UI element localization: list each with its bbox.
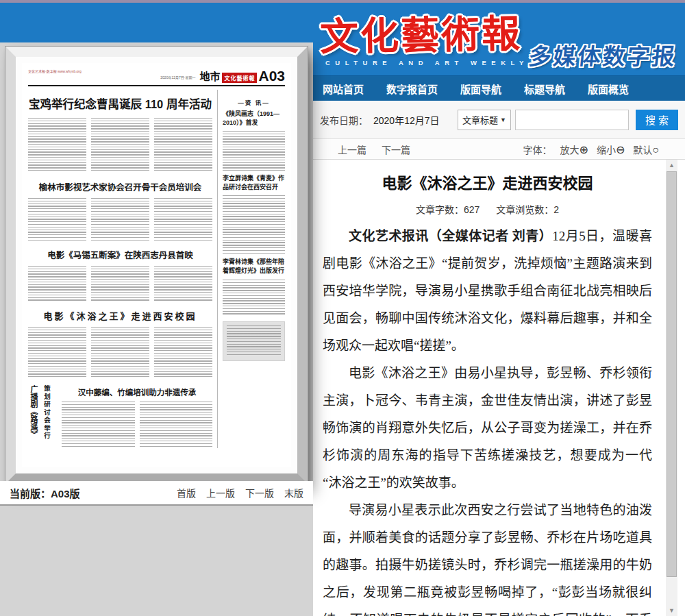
text-columns	[223, 280, 285, 315]
text-columns	[62, 402, 212, 448]
scroll-up-icon[interactable]: ▲	[666, 160, 677, 171]
mini-side-headline-2: 李立屏诗集《青麦》作品研讨会在西安召开	[223, 174, 285, 191]
article-paragraph: 电影《沐浴之王》由易小星执导，彭昱畅、乔杉领衔主演，卜冠今、韦青主演，金世佳友情…	[323, 360, 652, 497]
main-nav: 网站首页 数字报首页 版面导航 标题导航 版面概览	[313, 75, 685, 101]
search-bar: 发布日期： 2020年12月7日 文章标题 ▼ 搜 索	[313, 101, 685, 139]
nav-item-epaper-home[interactable]: 数字报首页	[386, 82, 438, 96]
nav-item-page-overview[interactable]: 版面概览	[588, 82, 629, 96]
text-columns	[28, 118, 212, 173]
scroll-down-icon[interactable]: ▼	[666, 605, 677, 616]
article-meta: 文章字数：627 文章浏览数：2	[323, 202, 652, 216]
newspaper-page-thumbnail[interactable]: 文化艺术报·数字报 www.whysb.org 2020年12月7日·星期一 地…	[22, 63, 291, 467]
nav-item-page-navigation[interactable]: 版面导航	[460, 82, 501, 96]
text-columns	[223, 195, 285, 254]
mini-headline-3: 电影《马锡五断案》在陕西志丹县首映	[28, 248, 212, 261]
zoom-out-icon: ⊖	[616, 144, 625, 156]
article-paragraph: 文化艺术报讯（全媒体记者 刘青）12月5日，温暖喜剧电影《沐浴之王》“提前贺岁，…	[323, 223, 652, 360]
article-body: 文化艺术报讯（全媒体记者 刘青）12月5日，温暖喜剧电影《沐浴之王》“提前贺岁，…	[323, 223, 652, 616]
mini-headline-1: 宝鸡举行纪念曹禺诞辰 110 周年活动	[28, 95, 212, 112]
nav-item-title-navigation[interactable]: 标题导航	[524, 82, 565, 96]
font-size-label: 字体：	[523, 143, 552, 156]
article-title: 电影《沐浴之王》走进西安校园	[323, 171, 652, 193]
search-button[interactable]: 搜 索	[636, 110, 678, 130]
newspaper-preview-panel: 文化艺术报·数字报 www.whysb.org 2020年12月7日·星期一 地…	[0, 42, 313, 616]
article-panel: 电影《沐浴之王》走进西安校园 文章字数：627 文章浏览数：2 文化艺术报讯（全…	[313, 160, 685, 616]
masthead-header: 文化藝術報 CULTURE AND ART WEEKLY 多媒体数字报	[313, 3, 685, 75]
mini-headline-2: 榆林市影视艺术家协会召开骨干会员培训会	[28, 180, 212, 193]
mini-masthead: 文化艺术报·数字报 www.whysb.org 2020年12月7日·星期一 地…	[28, 69, 285, 86]
mini-main-column: 宝鸡举行纪念曹禺诞辰 110 周年活动 榆林市影视艺术家协会召开骨干会员培训会 …	[28, 90, 212, 448]
site-logo: 文化藝術報	[319, 2, 522, 61]
nav-item-site-home[interactable]: 网站首页	[323, 82, 364, 96]
frame-mat: 文化艺术报·数字报 www.whysb.org 2020年12月7日·星期一 地…	[16, 57, 297, 473]
prev-article-link[interactable]: 上一篇	[338, 143, 366, 156]
first-page-link[interactable]: 首版	[177, 486, 196, 500]
article-byline: 文化艺术报讯（全媒体记者 刘青）	[349, 229, 552, 243]
site-tagline: 多媒体数字报	[527, 38, 678, 71]
article-paragraph: 导演易小星表示此次西安之行尝试了当地特色的油泼面，并顺着美食的话题分享了彭昱畅、…	[323, 497, 652, 616]
mini-section-label: 地市	[199, 69, 220, 83]
search-input[interactable]	[515, 110, 629, 130]
view-count: 文章浏览数：2	[496, 204, 559, 215]
mini-side-headline-3: 李霄林诗集《那些年陪着辉煌灯光》出版发行	[223, 258, 285, 275]
previous-page-link[interactable]: 上一版	[206, 486, 235, 500]
text-columns	[223, 131, 285, 171]
next-article-link[interactable]: 下一篇	[382, 143, 410, 156]
next-page-link[interactable]: 下一版	[245, 486, 274, 500]
mini-masthead-meta: 2020年12月7日·星期一	[160, 69, 195, 82]
current-page-label: 当前版：A03版	[10, 486, 80, 500]
text-columns	[28, 198, 212, 241]
publish-date-label: 发布日期：	[320, 113, 368, 127]
page-navigation-bar: 当前版：A03版 首版 上一版 下一版 末版	[0, 481, 313, 506]
last-page-link[interactable]: 末版	[284, 486, 303, 500]
font-zoom-in-button[interactable]: 放大⊕	[560, 143, 588, 156]
mini-masthead-url: 文化艺术报·数字报 www.whysb.org	[28, 69, 82, 73]
text-columns	[28, 266, 212, 301]
word-count: 文章字数：627	[416, 204, 480, 215]
font-default-button[interactable]: 默认○	[633, 143, 659, 156]
mini-headline-5: 汉中藤编、竹编培训助力非遗传承	[62, 386, 212, 397]
search-field-select[interactable]: 文章标题 ▼	[458, 110, 511, 130]
mini-masthead-date: 2020年12月7日·星期一	[160, 75, 195, 79]
article-scrollbar[interactable]: ▲ ▼	[666, 160, 677, 616]
publish-date-value: 2020年12月7日	[373, 113, 440, 127]
mini-side-headline-1: 《陕风画志（1991—2010）》首发	[223, 110, 285, 127]
newspaper-frame: 文化艺术报·数字报 www.whysb.org 2020年12月7日·星期一 地…	[5, 47, 308, 484]
scrollbar-thumb[interactable]	[667, 171, 677, 577]
page: 文化藝術報 CULTURE AND ART WEEKLY 多媒体数字报 网站首页…	[0, 0, 685, 616]
mini-page-number: A03	[258, 69, 285, 83]
mini-headline-4: 电影《沐浴之王》走进西安校园	[28, 309, 212, 322]
mini-column-tag: —资 讯—	[223, 98, 285, 106]
mini-side-column: —资 讯— 《陕风画志（1991—2010）》首发 李立屏诗集《青麦》作品研讨会…	[217, 90, 285, 448]
search-field-selected-value: 文章标题	[462, 113, 498, 126]
mini-paper-body: 宝鸡举行纪念曹禺诞辰 110 周年活动 榆林市影视艺术家协会召开骨干会员培训会 …	[28, 86, 285, 448]
mini-vertical-headline: 广播剧《路遥》 策划研讨会举行	[28, 385, 57, 448]
font-reset-icon: ○	[652, 144, 659, 156]
site-logo-subtitle: CULTURE AND ART WEEKLY	[325, 59, 529, 66]
font-zoom-out-button[interactable]: 缩小⊖	[597, 143, 625, 156]
text-columns	[28, 327, 212, 379]
article-toolbar: 上一篇 下一篇 字体： 放大⊕ 缩小⊖ 默认○	[313, 139, 685, 160]
zoom-in-icon: ⊕	[580, 144, 588, 156]
mini-contact-box	[223, 321, 285, 361]
chevron-down-icon: ▼	[500, 116, 506, 123]
mini-bottom-row: 广播剧《路遥》 策划研讨会举行 汉中藤编、竹编培训助力非遗传承	[28, 385, 212, 448]
mini-paper-logo: 文化藝術報	[222, 73, 257, 83]
